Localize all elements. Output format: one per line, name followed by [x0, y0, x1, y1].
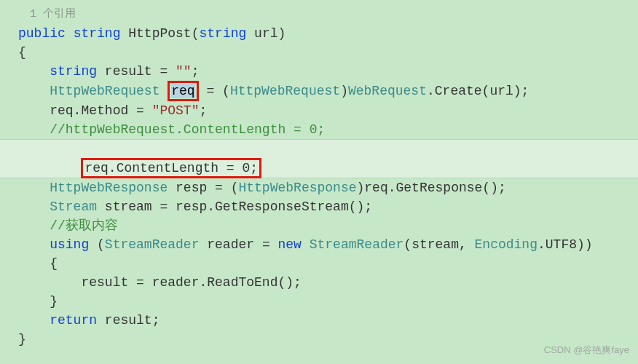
watermark: CSDN @谷艳爽faye [544, 341, 629, 349]
code-line-result-decl: string result = ""; [18, 62, 638, 81]
highlight-2: req.ContentLength = 0; [81, 158, 261, 178]
code-line-comment-cl: //httpWebRequest.ContentLength = 0; [18, 120, 638, 139]
code-line-brace-open: { [18, 43, 638, 62]
code-line-comment-cn: //获取内容 [18, 216, 638, 235]
code-line-method: req.Method = "POST"; [18, 101, 638, 120]
code-line-signature: public string HttpPost(string url) [18, 24, 638, 43]
reference-count: 1 个引用 [18, 5, 638, 24]
code-line-resp: HttpWebResponse resp = (HttpWebResponse)… [18, 178, 638, 197]
code-line-content-length: req.ContentLength = 0; [18, 139, 638, 178]
code-line-brace-close2: } [18, 292, 638, 311]
code-line-return: return result; [18, 311, 638, 330]
highlight-1: req [168, 81, 198, 101]
code-line-brace-open2: { [18, 254, 638, 273]
code-line-using: using (StreamReader reader = new StreamR… [18, 235, 638, 254]
code-line-readtoend: result = reader.ReadToEnd(); [18, 273, 638, 292]
code-line-stream: Stream stream = resp.GetResponseStream()… [18, 197, 638, 216]
code-editor: 1 个引用 public string HttpPost(string url)… [0, 0, 638, 349]
code-line-req-create: HttpWebRequest req = (HttpWebRequest)Web… [18, 81, 638, 101]
